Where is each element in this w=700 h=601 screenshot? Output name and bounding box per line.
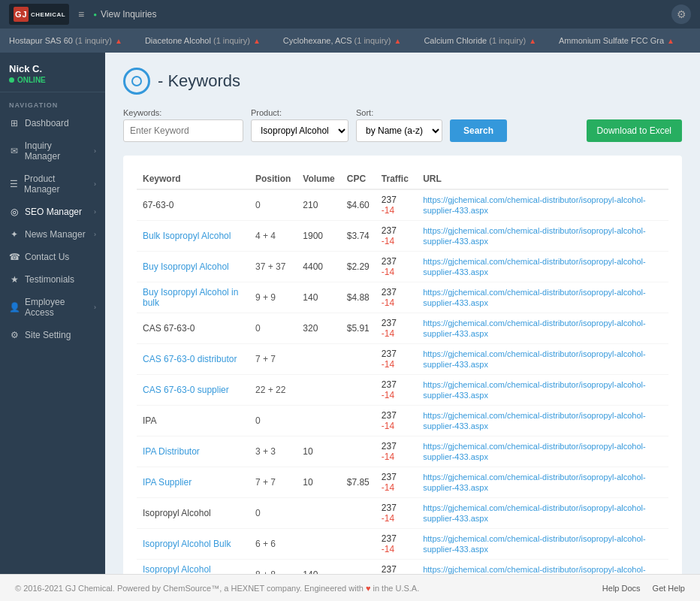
product-select[interactable]: Isopropyl Alcohol xyxy=(251,119,348,142)
cell-url[interactable]: https://gjchemical.com/chemical-distribu… xyxy=(417,375,668,406)
table-row: Isopropyl Alcohol Bulk 6 + 6 237 -14 htt… xyxy=(137,529,668,560)
table-row: 67-63-0 0 210 $4.60 237 -14 https://gjch… xyxy=(137,189,668,221)
cell-cpc: $4.88 xyxy=(341,282,376,313)
cell-traffic: 237 -14 xyxy=(376,344,417,375)
ticker-arrow-5: ▲ xyxy=(667,37,674,45)
ticker-arrow-1: ▲ xyxy=(115,37,122,45)
cell-position: 37 + 37 xyxy=(249,252,297,282)
cell-url[interactable]: https://gjchemical.com/chemical-distribu… xyxy=(417,282,668,313)
sidebar-item-seo-manager[interactable]: ◎ SEO Manager › xyxy=(0,201,105,223)
table-row: Bulk Isopropyl Alcohol 4 + 4 1900 $3.74 … xyxy=(137,221,668,252)
cell-url[interactable]: https://gjchemical.com/chemical-distribu… xyxy=(417,529,668,560)
cell-cpc: $5.91 xyxy=(341,313,376,344)
sidebar-item-employee-access[interactable]: 👤 Employee Access › xyxy=(0,291,105,324)
keywords-input[interactable] xyxy=(123,119,243,142)
sidebar-item-label: SEO Manager xyxy=(25,207,82,217)
cell-traffic: 237 -14 xyxy=(376,189,417,221)
view-inquiries-link[interactable]: View Inquiries xyxy=(93,9,156,20)
help-docs-link[interactable]: Help Docs xyxy=(602,584,641,593)
sort-label: Sort: xyxy=(356,108,442,117)
cell-url[interactable]: https://gjchemical.com/chemical-distribu… xyxy=(417,344,668,375)
cell-url[interactable]: https://gjchemical.com/chemical-distribu… xyxy=(417,406,668,436)
ticker-item-1: Hostapur SAS 60 (1 inquiry) ▲ xyxy=(9,36,122,45)
cell-traffic: 237 -14 xyxy=(376,529,417,560)
cell-url[interactable]: https://gjchemical.com/chemical-distribu… xyxy=(417,189,668,221)
cell-position: 0 xyxy=(249,313,297,344)
keywords-table-card: Keyword Position Volume CPC Traffic URL … xyxy=(123,156,682,574)
ticker-item-2: Diacetone Alcohol (1 inquiry) ▲ xyxy=(145,36,261,45)
cell-volume: 140 xyxy=(297,282,340,313)
footer: © 2016-2021 GJ Chemical. Powered by Chem… xyxy=(0,574,700,601)
cell-position: 0 xyxy=(249,406,297,436)
seo-icon: ◎ xyxy=(9,207,20,217)
user-name: Nick C. xyxy=(9,63,96,74)
cell-url[interactable]: https://gjchemical.com/chemical-distribu… xyxy=(417,436,668,467)
sidebar-item-label: Employee Access xyxy=(25,297,89,318)
col-cpc: CPC xyxy=(341,169,376,189)
sidebar-item-label: Inquiry Manager xyxy=(25,140,89,162)
keywords-field: Keywords: xyxy=(123,108,243,142)
top-bar: GJ CHEMICAL ≡ View Inquiries ⚙ xyxy=(0,0,700,29)
sidebar-item-product-manager[interactable]: ☰ Product Manager › xyxy=(0,168,105,201)
col-traffic: Traffic xyxy=(376,169,417,189)
keywords-icon xyxy=(123,68,150,95)
cell-cpc xyxy=(341,375,376,406)
cell-position: 4 + 4 xyxy=(249,221,297,252)
cell-url[interactable]: https://gjchemical.com/chemical-distribu… xyxy=(417,498,668,529)
cell-volume: 4400 xyxy=(297,252,340,282)
cell-position: 6 + 6 xyxy=(249,529,297,560)
product-label: Product: xyxy=(251,108,348,117)
sidebar-item-dashboard[interactable]: ⊞ Dashboard xyxy=(0,112,105,134)
news-icon: ✦ xyxy=(9,229,20,240)
cell-position: 7 + 7 xyxy=(249,467,297,498)
ticker-arrow-4: ▲ xyxy=(529,37,536,45)
chevron-icon: › xyxy=(94,231,96,238)
sidebar-item-testimonials[interactable]: ★ Testimonials xyxy=(0,268,105,291)
cell-keyword: Isopropyl Alcohol distributor xyxy=(137,560,249,575)
cell-cpc: $3.74 xyxy=(341,221,376,252)
sidebar-item-label: Testimonials xyxy=(25,274,74,285)
settings-icon[interactable]: ⚙ xyxy=(671,5,691,24)
menu-icon[interactable]: ≡ xyxy=(78,8,84,20)
cell-traffic: 237 -14 xyxy=(376,436,417,467)
cell-position: 3 + 3 xyxy=(249,436,297,467)
download-excel-button[interactable]: Download to Excel xyxy=(587,119,682,142)
cell-volume: 10 xyxy=(297,436,340,467)
table-row: IPA Supplier 7 + 7 10 $7.85 237 -14 http… xyxy=(137,467,668,498)
sidebar-item-inquiry-manager[interactable]: ✉ Inquiry Manager › xyxy=(0,134,105,168)
sort-select[interactable]: by Name (a-z) xyxy=(356,119,442,142)
cell-position: 7 + 7 xyxy=(249,344,297,375)
get-help-link[interactable]: Get Help xyxy=(653,584,685,593)
product-icon: ☰ xyxy=(9,179,19,189)
user-status: ONLINE xyxy=(9,76,96,84)
cell-keyword: Isopropyl Alcohol xyxy=(137,498,249,529)
online-indicator xyxy=(9,77,14,83)
footer-copyright: © 2016-2021 GJ Chemical. Powered by Chem… xyxy=(15,584,419,593)
search-button[interactable]: Search xyxy=(450,119,507,142)
cell-volume: 320 xyxy=(297,313,340,344)
cell-keyword: Bulk Isopropyl Alcohol xyxy=(137,221,249,252)
cell-position: 22 + 22 xyxy=(249,375,297,406)
cell-url[interactable]: https://gjchemical.com/chemical-distribu… xyxy=(417,252,668,282)
table-header-row: Keyword Position Volume CPC Traffic URL xyxy=(137,169,668,189)
cell-volume xyxy=(297,406,340,436)
cell-url[interactable]: https://gjchemical.com/chemical-distribu… xyxy=(417,313,668,344)
cell-url[interactable]: https://gjchemical.com/chemical-distribu… xyxy=(417,221,668,252)
cell-traffic: 237 -14 xyxy=(376,313,417,344)
table-row: IPA 0 237 -14 https://gjchemical.com/che… xyxy=(137,406,668,436)
cell-keyword: CAS 67-63-0 xyxy=(137,313,249,344)
cell-position: 0 xyxy=(249,189,297,221)
page-header: - Keywords xyxy=(123,68,682,95)
ticker-arrow-2: ▲ xyxy=(253,37,261,45)
cell-url[interactable]: https://gjchemical.com/chemical-distribu… xyxy=(417,560,668,575)
cell-volume xyxy=(297,529,340,560)
ticker-arrow-3: ▲ xyxy=(394,37,402,45)
sidebar-item-site-setting[interactable]: ⚙ Site Setting xyxy=(0,324,105,346)
cell-url[interactable]: https://gjchemical.com/chemical-distribu… xyxy=(417,467,668,498)
dashboard-icon: ⊞ xyxy=(9,118,20,128)
cell-volume: 140 xyxy=(297,560,340,575)
sidebar-item-contact-us[interactable]: ☎ Contact Us xyxy=(0,246,105,268)
sidebar-item-news-manager[interactable]: ✦ News Manager › xyxy=(0,223,105,246)
svg-text:CHEMICAL: CHEMICAL xyxy=(31,11,65,18)
cell-volume: 10 xyxy=(297,467,340,498)
